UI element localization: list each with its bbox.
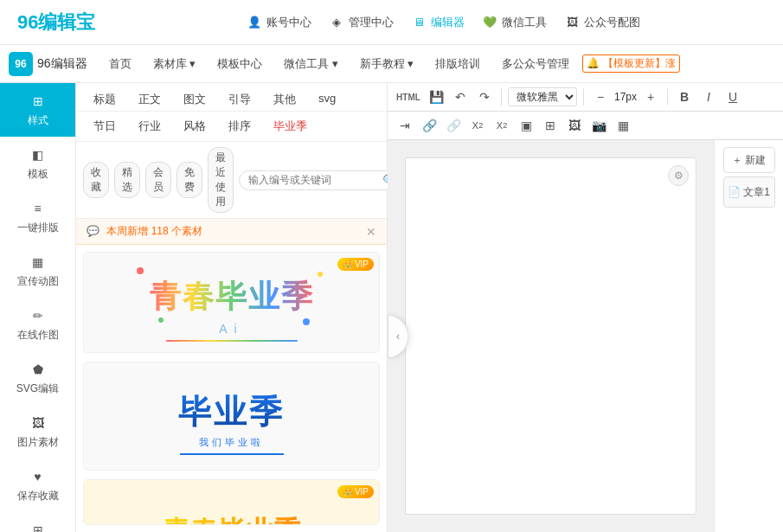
public-config-icon: 🖼 — [564, 15, 580, 30]
indent-button[interactable]: ⇥ — [395, 115, 415, 136]
filter-selected[interactable]: 精选 — [114, 162, 140, 198]
filter-member[interactable]: 会员 — [145, 162, 171, 198]
wechat-icon: 💚 — [482, 15, 497, 30]
link-button[interactable]: 🔗 — [419, 115, 440, 136]
sidebar: ⊞ 样式 ◧ 模板 ≡ 一键排版 ▦ 宣传动图 ✏ 在线作图 ⬟ SVG编辑 🖼… — [0, 83, 76, 532]
bold-button[interactable]: B — [674, 87, 695, 107]
search-input[interactable] — [248, 174, 378, 186]
redo-button[interactable]: ↷ — [474, 87, 495, 107]
sidebar-item-svg-edit[interactable]: ⬟ SVG编辑 — [0, 351, 75, 405]
filter-recent[interactable]: 最近使用 — [208, 147, 234, 213]
editor-content[interactable]: ⚙ — [405, 157, 696, 515]
tab-graduation[interactable]: 毕业季 — [263, 115, 318, 138]
font-size-decrease-btn[interactable]: − — [590, 87, 611, 107]
nav-item-account[interactable]: 👤 账号中心 — [247, 15, 311, 30]
new-article-button[interactable]: ＋ 新建 — [723, 147, 775, 173]
toolbar-sep-1 — [501, 88, 502, 106]
tab-other[interactable]: 其他 — [263, 88, 306, 111]
sidebar-item-template[interactable]: ◧ 模板 — [0, 137, 75, 190]
table-button[interactable]: ⊞ — [540, 115, 561, 136]
subscript-button[interactable]: X2 — [491, 115, 512, 136]
material-img-2: 青春毕业季 — [84, 480, 379, 525]
crown-icon-2: 👑 — [343, 487, 353, 497]
second-nav-multi-manage[interactable]: 多公众号管理 — [493, 52, 578, 76]
italic-button[interactable]: I — [698, 87, 719, 107]
tab-style[interactable]: 风格 — [173, 115, 216, 138]
grad-text-3-main: 青春毕业季 — [163, 513, 301, 525]
sidebar-item-style[interactable]: ⊞ 样式 — [0, 83, 75, 137]
notice-bar: 💬 本周新增 118 个素材 ✕ — [76, 219, 387, 245]
tab-holiday[interactable]: 节日 — [83, 115, 126, 138]
tab-title[interactable]: 标题 — [83, 88, 126, 111]
tab-guide[interactable]: 引导 — [218, 88, 261, 111]
article-icon: 📄 — [728, 186, 741, 198]
sidebar-item-banner[interactable]: ▦ 宣传动图 — [0, 244, 75, 298]
font-size-value: 17px — [614, 91, 637, 103]
tab-industry[interactable]: 行业 — [128, 115, 171, 138]
top-nav-bar: 96编辑宝 👤 账号中心 ◈ 管理中心 🖥 编辑器 💚 微信工具 🖼 公众号配图 — [0, 0, 783, 45]
more-button[interactable]: ▦ — [613, 115, 633, 136]
sidebar-item-operation[interactable]: ⊞ 运营工具 — [0, 512, 75, 532]
editor-canvas: ⚙ ‹ ＋ 新建 📄 文章1 — [388, 140, 783, 532]
editor-area: HTML 💾 ↶ ↷ 微软雅黑 − 17px + B I U ⇥ 🔗 🔗 X2 … — [388, 83, 783, 532]
unlink-button[interactable]: 🔗 — [443, 115, 464, 136]
save-button[interactable]: 💾 — [426, 87, 446, 107]
nav-item-wechat-tool[interactable]: 💚 微信工具 — [482, 15, 547, 30]
second-nav-template[interactable]: 模板中心 — [209, 52, 271, 76]
second-nav-tutorial[interactable]: 新手教程 ▾ — [351, 52, 423, 76]
one-click-icon: ≡ — [29, 199, 48, 218]
tab-image[interactable]: 图文 — [173, 88, 216, 111]
notice-close-button[interactable]: ✕ — [366, 225, 376, 239]
search-box[interactable]: 🔍 — [239, 170, 406, 190]
article-item-1[interactable]: 📄 文章1 — [723, 176, 775, 208]
filter-free[interactable]: 免费 — [176, 162, 202, 198]
settings-button[interactable]: ⚙ — [668, 165, 689, 186]
sidebar-item-one-click[interactable]: ≡ 一键排版 — [0, 190, 75, 244]
shadow-button[interactable]: ▣ — [516, 115, 536, 136]
nav-item-editor[interactable]: 🖥 编辑器 — [411, 15, 465, 30]
sidebar-item-online-edit[interactable]: ✏ 在线作图 — [0, 298, 75, 351]
tab-text[interactable]: 正文 — [128, 88, 171, 111]
vip-badge-2: 👑 VIP — [337, 485, 374, 498]
sidebar-item-save-collect[interactable]: ♥ 保存收藏 — [0, 458, 75, 512]
material-content-0: 青春毕业季 Ai — [141, 267, 323, 350]
filter-collect[interactable]: 收藏 — [83, 162, 109, 198]
grad-text-1-sub: Ai — [150, 322, 314, 336]
tab-svg[interactable]: svg — [308, 88, 346, 111]
grad-text-2-sub: 我们毕业啦 — [199, 436, 264, 449]
undo-button[interactable]: ↶ — [450, 87, 471, 107]
font-family-select[interactable]: 微软雅黑 — [508, 87, 577, 106]
tab-sort[interactable]: 排序 — [218, 115, 261, 138]
second-nav-home[interactable]: 首页 — [100, 52, 140, 76]
image-material-icon: 🖼 — [29, 413, 48, 433]
superscript-button[interactable]: X2 — [467, 115, 488, 136]
grad-text-2-main: 毕业季 — [178, 390, 285, 434]
material-item-1[interactable]: 毕业季 我们毕业啦 — [83, 362, 380, 471]
crown-icon-0: 👑 — [343, 260, 353, 269]
image-button[interactable]: 🖼 — [564, 115, 585, 136]
sidebar-item-image-material[interactable]: 🖼 图片素材 — [0, 405, 75, 458]
material-item-0[interactable]: 👑 VIP 青春毕业季 Ai — [83, 252, 380, 353]
material-tabs-row1: 标题 正文 图文 引导 其他 svg — [76, 83, 387, 112]
photo-button[interactable]: 📷 — [588, 115, 609, 136]
second-nav-material[interactable]: 素材库 ▾ — [144, 52, 205, 76]
main-layout: ⊞ 样式 ◧ 模板 ≡ 一键排版 ▦ 宣传动图 ✏ 在线作图 ⬟ SVG编辑 🖼… — [0, 83, 783, 532]
manage-icon: ◈ — [329, 15, 344, 30]
second-nav-typeset[interactable]: 排版培训 — [427, 52, 489, 76]
second-nav-badge[interactable]: 🔔 【模板更新】涨 — [582, 54, 679, 73]
nav-item-public-config[interactable]: 🖼 公众号配图 — [564, 15, 640, 30]
notice-icon: 💬 — [87, 225, 99, 237]
top-nav-items: 👤 账号中心 ◈ 管理中心 🖥 编辑器 💚 微信工具 🖼 公众号配图 — [121, 15, 766, 30]
right-panel: ＋ 新建 📄 文章1 — [714, 140, 783, 532]
font-size-increase-btn[interactable]: + — [640, 87, 661, 107]
material-content-1: 毕业季 我们毕业啦 — [178, 390, 285, 455]
html-button[interactable]: HTML — [395, 87, 422, 107]
second-nav-wechat-tool[interactable]: 微信工具 ▾ — [275, 52, 347, 76]
chevron-left-icon: ‹ — [396, 330, 400, 343]
nav-item-manage[interactable]: ◈ 管理中心 — [329, 15, 394, 30]
material-img-0: 青春毕业季 Ai — [84, 253, 379, 353]
material-item-2[interactable]: 👑 VIP 青春毕业季 — [83, 479, 380, 525]
style-icon: ⊞ — [29, 92, 48, 111]
vip-badge-0: 👑 VIP — [337, 258, 374, 271]
underline-button[interactable]: U — [722, 87, 743, 107]
